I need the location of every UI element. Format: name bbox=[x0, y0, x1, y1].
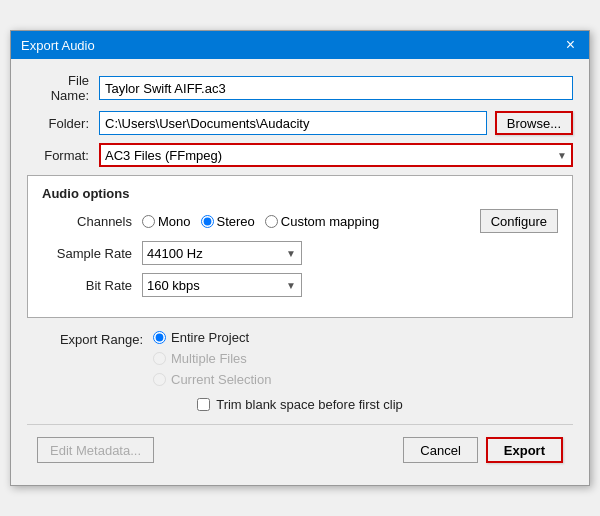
export-range-label: Export Range: bbox=[43, 330, 143, 347]
edit-metadata-button[interactable]: Edit Metadata... bbox=[37, 437, 154, 463]
bit-rate-label: Bit Rate bbox=[42, 278, 132, 293]
custom-mapping-label: Custom mapping bbox=[281, 214, 379, 229]
multiple-files-radio[interactable] bbox=[153, 352, 166, 365]
bit-rate-row: Bit Rate 32 kbps 64 kbps 128 kbps 160 kb… bbox=[42, 273, 558, 297]
channels-label: Channels bbox=[42, 214, 132, 229]
multiple-files-option: Multiple Files bbox=[153, 351, 271, 366]
mono-radio[interactable] bbox=[142, 215, 155, 228]
stereo-label: Stereo bbox=[217, 214, 255, 229]
export-audio-dialog: Export Audio × File Name: Folder: Browse… bbox=[10, 30, 590, 486]
mono-option[interactable]: Mono bbox=[142, 214, 191, 229]
trim-row: Trim blank space before first clip bbox=[27, 397, 573, 412]
dialog-body: File Name: Folder: Browse... Format: AC3… bbox=[11, 59, 589, 485]
export-range-row: Export Range: Entire Project Multiple Fi… bbox=[43, 330, 557, 387]
sample-rate-select[interactable]: 8000 Hz 11025 Hz 22050 Hz 44100 Hz 48000… bbox=[142, 241, 302, 265]
divider bbox=[27, 424, 573, 425]
format-label: Format: bbox=[27, 148, 89, 163]
bit-rate-select[interactable]: 32 kbps 64 kbps 128 kbps 160 kbps 192 kb… bbox=[142, 273, 302, 297]
custom-mapping-radio[interactable] bbox=[265, 215, 278, 228]
format-select-wrap: AC3 Files (FFmpeg) MP3 Files WAV Files F… bbox=[99, 143, 573, 167]
dialog-title: Export Audio bbox=[21, 38, 95, 53]
folder-row: Folder: Browse... bbox=[27, 111, 573, 135]
entire-project-option: Entire Project bbox=[153, 330, 271, 345]
channels-row: Channels Mono Stereo Custom mapping Conf bbox=[42, 209, 558, 233]
mono-label: Mono bbox=[158, 214, 191, 229]
folder-input[interactable] bbox=[99, 111, 487, 135]
bit-rate-dropdown-wrap: 32 kbps 64 kbps 128 kbps 160 kbps 192 kb… bbox=[142, 273, 302, 297]
format-row: Format: AC3 Files (FFmpeg) MP3 Files WAV… bbox=[27, 143, 573, 167]
sample-rate-row: Sample Rate 8000 Hz 11025 Hz 22050 Hz 44… bbox=[42, 241, 558, 265]
folder-label: Folder: bbox=[27, 116, 89, 131]
export-range-section: Export Range: Entire Project Multiple Fi… bbox=[27, 330, 573, 387]
cancel-button[interactable]: Cancel bbox=[403, 437, 477, 463]
export-button[interactable]: Export bbox=[486, 437, 563, 463]
current-selection-label: Current Selection bbox=[171, 372, 271, 387]
custom-mapping-option[interactable]: Custom mapping bbox=[265, 214, 379, 229]
close-button[interactable]: × bbox=[562, 37, 579, 53]
browse-button[interactable]: Browse... bbox=[495, 111, 573, 135]
trim-checkbox[interactable] bbox=[197, 398, 210, 411]
stereo-option[interactable]: Stereo bbox=[201, 214, 255, 229]
entire-project-label[interactable]: Entire Project bbox=[171, 330, 249, 345]
current-selection-radio[interactable] bbox=[153, 373, 166, 386]
file-name-row: File Name: bbox=[27, 73, 573, 103]
entire-project-radio[interactable] bbox=[153, 331, 166, 344]
export-range-options: Entire Project Multiple Files Current Se… bbox=[153, 330, 271, 387]
right-buttons: Cancel Export bbox=[403, 437, 563, 463]
sample-rate-label: Sample Rate bbox=[42, 246, 132, 261]
title-bar: Export Audio × bbox=[11, 31, 589, 59]
file-name-label: File Name: bbox=[27, 73, 89, 103]
sample-rate-dropdown-wrap: 8000 Hz 11025 Hz 22050 Hz 44100 Hz 48000… bbox=[142, 241, 302, 265]
bottom-buttons: Edit Metadata... Cancel Export bbox=[27, 431, 573, 473]
multiple-files-label: Multiple Files bbox=[171, 351, 247, 366]
trim-label[interactable]: Trim blank space before first clip bbox=[216, 397, 403, 412]
audio-options-group: Audio options Channels Mono Stereo Cus bbox=[27, 175, 573, 318]
format-select[interactable]: AC3 Files (FFmpeg) MP3 Files WAV Files F… bbox=[99, 143, 573, 167]
stereo-radio[interactable] bbox=[201, 215, 214, 228]
audio-options-legend: Audio options bbox=[42, 186, 558, 201]
configure-button[interactable]: Configure bbox=[480, 209, 558, 233]
channels-radio-group: Mono Stereo Custom mapping Configure bbox=[142, 209, 558, 233]
current-selection-option: Current Selection bbox=[153, 372, 271, 387]
file-name-input[interactable] bbox=[99, 76, 573, 100]
